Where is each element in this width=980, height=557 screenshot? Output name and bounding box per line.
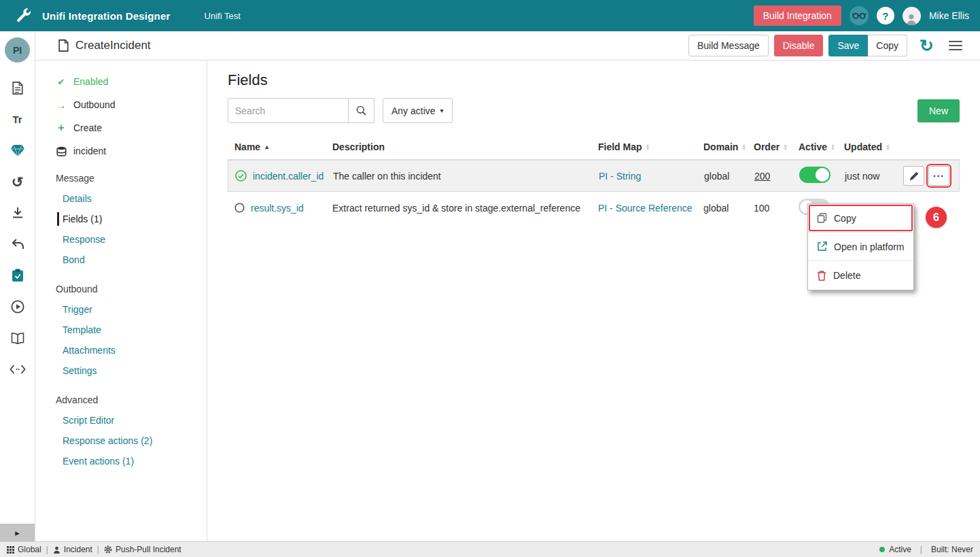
statusbar-item-incident[interactable]: Incident — [53, 545, 92, 554]
statusbar-item-push-pull[interactable]: Push-Pull Incident — [104, 545, 181, 554]
circle-icon — [234, 203, 245, 213]
search-group — [228, 98, 374, 123]
section-heading: Fields — [228, 71, 960, 89]
column-header-updated[interactable]: Updated ▲▼ — [839, 141, 896, 152]
nav-item-enabled[interactable]: ✔ Enabled — [56, 70, 207, 93]
column-header-active[interactable]: Active ▲▼ — [793, 141, 839, 152]
column-label: Active — [799, 141, 827, 152]
nav-label: Create — [73, 122, 102, 133]
more-button[interactable]: ··· — [928, 166, 949, 186]
trash-icon — [817, 271, 826, 281]
separator: | — [97, 545, 99, 554]
nav-item-create[interactable]: + Create — [56, 116, 207, 139]
user-avatar[interactable] — [903, 7, 921, 25]
disable-button[interactable]: Disable — [774, 35, 824, 56]
name-cell: incident.caller_id — [228, 170, 328, 182]
section-title: Outbound — [56, 279, 207, 299]
description-cell: Extract returned sys_id & store in stage… — [327, 203, 593, 214]
build-integration-button[interactable]: Build Integration — [754, 5, 841, 26]
column-header-order[interactable]: Order ▲▼ — [748, 141, 793, 152]
nav-item-event-actions[interactable]: Event actions (1) — [56, 451, 207, 471]
column-label: Field Map — [598, 141, 642, 152]
domain-cell: global — [699, 171, 749, 182]
book-icon[interactable] — [9, 329, 27, 347]
integration-avatar[interactable]: PI — [5, 37, 30, 63]
text-format-icon[interactable]: Tr — [9, 110, 27, 128]
statusbar-label: Global — [18, 545, 41, 554]
person-icon — [53, 546, 60, 554]
check-circle-icon — [235, 170, 247, 182]
separator: | — [920, 545, 922, 554]
field-map-cell: PI - Source Reference — [593, 203, 698, 214]
nav-item-outbound[interactable]: → Outbound — [56, 93, 207, 116]
field-map-link[interactable]: PI - Source Reference — [598, 203, 693, 214]
order-value: 100 — [754, 203, 769, 214]
external-link-icon — [817, 241, 827, 252]
nav-label: incident — [73, 146, 106, 156]
code-icon[interactable] — [9, 360, 27, 378]
status-bar: Global | Incident | Push-Pull Incident A… — [0, 541, 980, 557]
active-filter-dropdown[interactable]: Any active ▾ — [383, 98, 453, 123]
topbar-right: Build Integration ? Mike Ellis — [754, 5, 969, 26]
new-button[interactable]: New — [917, 99, 960, 122]
rail-icons: Tr ↺ — [9, 79, 27, 378]
copy-icon — [817, 213, 827, 223]
nav-item-bond[interactable]: Bond — [56, 250, 207, 270]
edit-button[interactable] — [903, 166, 924, 186]
copy-button[interactable]: Copy — [868, 35, 907, 56]
description-cell: The caller on this incident — [328, 171, 593, 182]
sidebar-collapse-button[interactable]: ▸ — [0, 524, 35, 541]
play-circle-icon[interactable] — [9, 298, 27, 316]
gem-icon[interactable] — [9, 141, 27, 159]
field-map-link[interactable]: PI - String — [599, 171, 641, 182]
column-header-domain[interactable]: Domain ▲▼ — [698, 141, 748, 152]
nav-item-response-actions[interactable]: Response actions (2) — [56, 431, 207, 451]
active-toggle-on[interactable] — [799, 167, 830, 183]
menu-item-copy[interactable]: Copy — [808, 204, 913, 233]
column-label: Order — [754, 141, 780, 152]
nav-item-script-editor[interactable]: Script Editor — [56, 410, 207, 431]
nav-section-message: Message Details Fields (1) Response Bond — [56, 168, 207, 270]
menu-label: Copy — [834, 213, 856, 224]
menu-button[interactable] — [949, 41, 962, 50]
nav-item-attachments[interactable]: Attachments — [56, 340, 207, 360]
menu-item-open-in-platform[interactable]: Open in platform — [808, 233, 913, 261]
nav-item-details[interactable]: Details — [56, 188, 207, 209]
nav-item-incident[interactable]: incident — [56, 139, 207, 163]
filter-label: Any active — [391, 105, 436, 116]
document-icon[interactable] — [9, 79, 27, 97]
nav-item-response[interactable]: Response — [56, 229, 207, 250]
nav-item-fields[interactable]: Fields (1) — [56, 209, 207, 229]
column-header-name[interactable]: Name ▲ — [228, 141, 327, 152]
nav-label: Enabled — [73, 76, 108, 87]
preview-glasses-icon[interactable] — [850, 6, 869, 25]
download-icon[interactable] — [9, 204, 27, 222]
column-header-field-map[interactable]: Field Map ▲▼ — [593, 141, 698, 152]
nav-item-trigger[interactable]: Trigger — [56, 299, 207, 320]
order-cell: 200 — [749, 171, 794, 182]
refresh-icon[interactable]: ↻ — [920, 37, 934, 54]
sort-both-icon: ▲▼ — [886, 144, 890, 150]
column-label: Description — [332, 141, 385, 152]
save-button[interactable]: Save — [828, 35, 868, 56]
help-icon[interactable]: ? — [877, 7, 894, 24]
sort-both-icon: ▲▼ — [783, 144, 788, 150]
record-header: CreateIncident Build Message Disable Sav… — [35, 31, 980, 61]
column-header-description[interactable]: Description — [327, 141, 593, 152]
nav-item-settings[interactable]: Settings — [56, 360, 207, 381]
field-name-link[interactable]: incident.caller_id — [253, 171, 323, 182]
field-map-cell: PI - String — [593, 171, 699, 182]
field-name-link[interactable]: result.sys_id — [251, 203, 304, 214]
menu-item-delete[interactable]: Delete — [808, 261, 913, 290]
undo-icon[interactable] — [9, 235, 27, 253]
history-icon[interactable]: ↺ — [9, 173, 27, 190]
build-message-button[interactable]: Build Message — [688, 35, 769, 56]
tasks-icon[interactable] — [9, 267, 27, 284]
search-button[interactable] — [349, 98, 374, 123]
menu-label: Delete — [833, 270, 860, 281]
check-icon: ✔ — [56, 77, 67, 87]
search-input[interactable] — [228, 98, 349, 123]
statusbar-label: Push-Pull Incident — [116, 545, 181, 554]
nav-item-template[interactable]: Template — [56, 320, 207, 340]
statusbar-item-global[interactable]: Global — [7, 545, 41, 554]
